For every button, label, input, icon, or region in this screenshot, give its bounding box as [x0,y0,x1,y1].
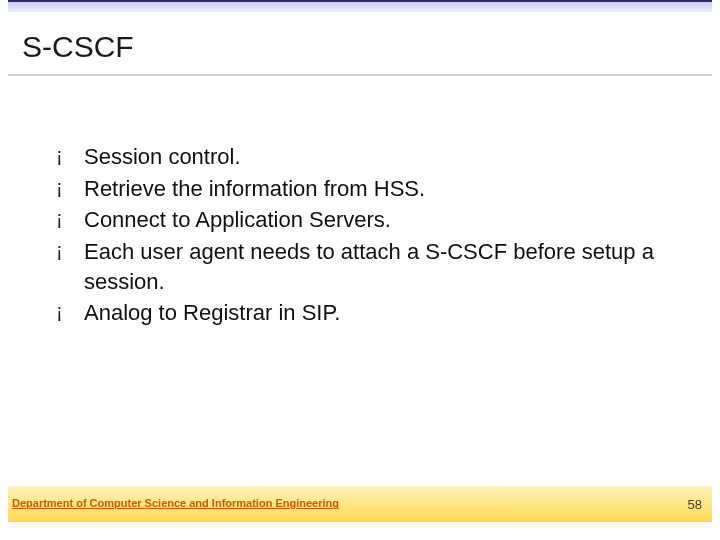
title-underline [8,74,712,76]
top-accent-bar [8,0,712,12]
footer-bar: Department of Computer Science and Infor… [8,486,712,522]
list-item: Session control. [56,142,680,172]
footer-department: Department of Computer Science and Infor… [12,497,339,510]
list-item: Each user agent needs to attach a S-CSCF… [56,237,680,296]
list-item: Retrieve the information from HSS. [56,174,680,204]
bullet-list: Session control. Retrieve the informatio… [56,142,680,330]
list-item: Analog to Registrar in SIP. [56,298,680,328]
slide-title: S-CSCF [22,30,134,64]
list-item: Connect to Application Servers. [56,205,680,235]
page-number: 58 [688,497,702,512]
